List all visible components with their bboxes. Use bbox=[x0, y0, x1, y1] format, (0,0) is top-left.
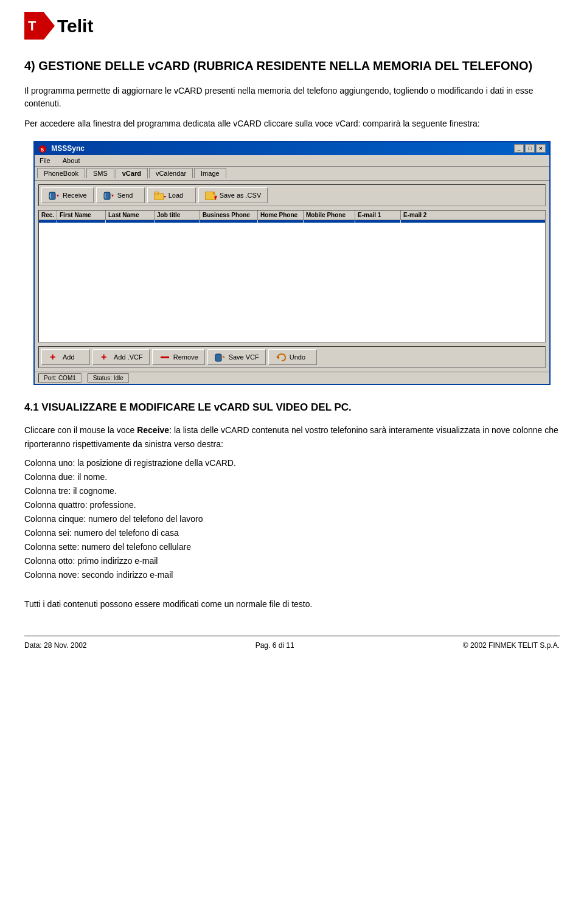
window-title: 5 MSSSync bbox=[38, 144, 85, 153]
body-text-2: Tutti i dati contenuti possono essere mo… bbox=[24, 597, 560, 611]
receive-icon bbox=[48, 190, 60, 201]
col-desc-4: Colonna quattro: professione. bbox=[24, 499, 560, 512]
tab-vcard[interactable]: vCard bbox=[116, 168, 148, 179]
svg-text:T: T bbox=[28, 18, 36, 33]
logo-text: Telit bbox=[57, 16, 93, 36]
load-label: Load bbox=[169, 192, 183, 199]
col-desc-1: Colonna uno: la posizione di registrazio… bbox=[24, 457, 560, 470]
intro-paragraph: Il programma permette di aggiornare le v… bbox=[24, 85, 560, 110]
mssync-window: 5 MSSSync _ □ × File About PhoneBook SMS… bbox=[33, 141, 551, 385]
col-email1: E-mail 1 bbox=[355, 210, 401, 220]
tab-image[interactable]: Image bbox=[194, 168, 226, 178]
cell-lastname bbox=[106, 220, 155, 223]
svg-marker-13 bbox=[276, 355, 279, 360]
menu-file[interactable]: File bbox=[37, 156, 53, 165]
col-desc-6: Colonna sei: numero del telefono di casa bbox=[24, 527, 560, 540]
save-vcf-label: Save VCF bbox=[229, 353, 259, 361]
cell-email1 bbox=[355, 220, 401, 223]
col-jobtitle: Job title bbox=[155, 210, 200, 220]
save-vcf-button[interactable]: Save VCF bbox=[207, 349, 266, 365]
window-body: Receive Send bbox=[35, 181, 549, 372]
footer-date: Data: 28 Nov. 2002 bbox=[24, 641, 87, 650]
instruction-paragraph: Per accedere alla finestra del programma… bbox=[24, 117, 560, 130]
col-desc-8: Colonna otto: primo indirizzo e-mail bbox=[24, 555, 560, 568]
svg-text:+: + bbox=[101, 352, 106, 362]
cell-firstname bbox=[57, 220, 106, 223]
add-vcf-label: Add .VCF bbox=[114, 353, 143, 361]
col-desc-3: Colonna tre: il cognome. bbox=[24, 485, 560, 498]
load-icon bbox=[154, 190, 166, 201]
svg-rect-12 bbox=[215, 354, 221, 361]
add-icon: + bbox=[48, 352, 60, 363]
remove-button[interactable]: Remove bbox=[152, 349, 205, 365]
cell-email2 bbox=[401, 220, 545, 223]
top-toolbar: Receive Send bbox=[38, 184, 546, 206]
col-homephone: Home Phone bbox=[258, 210, 304, 220]
window-tabs: PhoneBook SMS vCard vCalendar Image bbox=[35, 167, 549, 181]
body-text-1: Cliccare con il mouse la voce Receive: l… bbox=[24, 423, 560, 451]
cell-homephone bbox=[258, 220, 304, 223]
col-desc-7: Colonna sette: numero del telefono cellu… bbox=[24, 541, 560, 554]
cell-rec bbox=[39, 220, 57, 223]
col-desc-5: Colonna cinque: numero del telefono del … bbox=[24, 513, 560, 526]
svg-text:5: 5 bbox=[41, 147, 44, 153]
send-label: Send bbox=[117, 192, 133, 199]
add-vcf-button[interactable]: + Add .VCF bbox=[92, 349, 150, 365]
undo-label: Undo bbox=[290, 353, 305, 361]
maximize-button[interactable]: □ bbox=[525, 144, 535, 153]
add-label: Add bbox=[63, 353, 75, 361]
undo-icon bbox=[275, 352, 287, 363]
main-heading: 4) GESTIONE DELLE vCARD (RUBRICA RESIDEN… bbox=[24, 58, 560, 74]
grid-body bbox=[39, 220, 545, 342]
tab-sms[interactable]: SMS bbox=[86, 168, 114, 178]
save-csv-icon bbox=[205, 190, 217, 201]
cell-jobtitle bbox=[155, 220, 200, 223]
send-button[interactable]: Send bbox=[96, 187, 145, 203]
section41-heading: 4.1 VISUALIZZARE E MODIFICARE LE vCARD S… bbox=[24, 400, 560, 415]
window-titlebar: 5 MSSSync _ □ × bbox=[35, 142, 549, 155]
svg-rect-6 bbox=[155, 193, 164, 200]
grid-header: Rec. First Name Last Name Job title Busi… bbox=[39, 210, 545, 220]
col-lastname: Last Name bbox=[106, 210, 155, 220]
logo: T Telit bbox=[24, 12, 560, 40]
receive-button[interactable]: Receive bbox=[41, 187, 94, 203]
data-grid: Rec. First Name Last Name Job title Busi… bbox=[38, 210, 546, 342]
col-email2: E-mail 2 bbox=[401, 210, 545, 220]
minimize-button[interactable]: _ bbox=[514, 144, 524, 153]
add-vcf-icon: + bbox=[99, 352, 111, 363]
save-vcf-icon bbox=[214, 352, 226, 363]
titlebar-controls[interactable]: _ □ × bbox=[514, 144, 546, 153]
add-button[interactable]: + Add bbox=[41, 349, 90, 365]
col-mobilephone: Mobile Phone bbox=[304, 210, 355, 220]
close-button[interactable]: × bbox=[536, 144, 546, 153]
cell-businessphone bbox=[200, 220, 258, 223]
window-menubar: File About bbox=[35, 155, 549, 167]
remove-label: Remove bbox=[173, 353, 198, 361]
remove-icon bbox=[159, 352, 171, 363]
grid-row-selected[interactable] bbox=[39, 220, 545, 223]
receive-label: Receive bbox=[63, 192, 87, 199]
load-button[interactable]: Load bbox=[147, 187, 196, 203]
menu-about[interactable]: About bbox=[60, 156, 83, 165]
cell-mobilephone bbox=[304, 220, 355, 223]
tab-vcalendar[interactable]: vCalendar bbox=[149, 168, 193, 178]
col-firstname: First Name bbox=[57, 210, 106, 220]
col-rec: Rec. bbox=[39, 210, 57, 220]
save-csv-label: Save as .CSV bbox=[220, 192, 261, 199]
col-desc-2: Colonna due: il nome. bbox=[24, 471, 560, 484]
svg-rect-11 bbox=[161, 356, 169, 358]
logo-area: T Telit bbox=[24, 12, 560, 40]
page-footer: Data: 28 Nov. 2002 Pag. 6 di 11 © 2002 F… bbox=[24, 636, 560, 650]
svg-text:+: + bbox=[50, 352, 55, 362]
telit-logo-icon: T bbox=[24, 12, 55, 40]
save-csv-button[interactable]: Save as .CSV bbox=[198, 187, 268, 203]
bottom-toolbar: + Add + Add .VCF Remove bbox=[38, 346, 546, 368]
send-icon bbox=[103, 190, 115, 201]
col-businessphone: Business Phone bbox=[200, 210, 258, 220]
undo-button[interactable]: Undo bbox=[268, 349, 317, 365]
tab-phonebook[interactable]: PhoneBook bbox=[37, 168, 85, 178]
status-port: Port: COM1 bbox=[38, 373, 82, 383]
col-desc-9: Colonna nove: secondo indirizzo e-mail bbox=[24, 569, 560, 582]
footer-page: Pag. 6 di 11 bbox=[255, 641, 294, 650]
svg-rect-7 bbox=[155, 192, 158, 194]
